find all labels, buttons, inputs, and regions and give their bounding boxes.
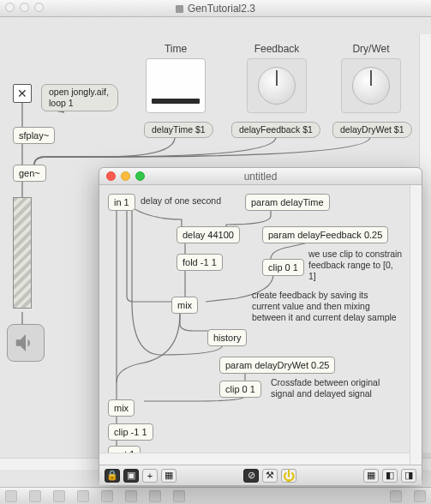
clip-01-a[interactable]: clip 0 1: [262, 259, 304, 276]
mix-a[interactable]: mix: [171, 297, 198, 314]
grid-icon[interactable]: ▦: [161, 469, 177, 483]
bb-icon[interactable]: [53, 490, 65, 502]
plus-icon[interactable]: +: [142, 469, 158, 483]
speaker-icon: [13, 330, 39, 356]
param-delayfeedback[interactable]: param delayFeedback 0.25: [262, 226, 388, 243]
feedback-dial[interactable]: [247, 58, 307, 113]
msg-delaytime[interactable]: delayTime $1: [144, 122, 213, 138]
main-titlebar: GenTutorial2.3: [0, 0, 431, 17]
param-delaydrywet[interactable]: param delayDryWet 0.25: [219, 357, 335, 374]
toggle[interactable]: [13, 84, 32, 103]
power-icon[interactable]: ⏻: [281, 469, 296, 483]
grid-icon[interactable]: ▦: [363, 469, 379, 483]
sfplay-object[interactable]: sfplay~: [13, 127, 55, 144]
sub-titlebar[interactable]: untitled: [99, 168, 422, 185]
drywet-dial[interactable]: [341, 58, 401, 113]
open-file-message[interactable]: open jongly.aif, loop 1: [41, 84, 118, 111]
bb-icon[interactable]: [125, 490, 137, 502]
comment-crossfade: Crossfade between original signal and de…: [271, 377, 391, 399]
new-object-icon[interactable]: ▣: [123, 469, 139, 483]
zoom-icon[interactable]: [135, 171, 145, 181]
panel-right-icon[interactable]: ◨: [401, 469, 416, 483]
bb-icon[interactable]: [173, 490, 185, 502]
gen-object[interactable]: gen~: [13, 165, 46, 182]
time-slider[interactable]: [146, 58, 206, 113]
feedback-label: Feedback: [247, 43, 307, 55]
compass-icon[interactable]: ⊘: [243, 469, 259, 483]
bb-icon[interactable]: [390, 490, 402, 502]
sub-scrollbar-vertical[interactable]: [410, 185, 422, 465]
history-object[interactable]: history: [207, 329, 247, 346]
bb-icon[interactable]: [29, 490, 41, 502]
window-title: GenTutorial2.3: [188, 3, 255, 15]
fold-object[interactable]: fold -1 1: [177, 254, 223, 271]
clip-11[interactable]: clip -1 1: [108, 423, 153, 441]
minimize-icon[interactable]: [121, 171, 130, 181]
mix-b[interactable]: mix: [108, 399, 135, 417]
in1-object[interactable]: in 1: [108, 194, 135, 211]
drywet-label: Dry/Wet: [341, 43, 401, 55]
delay-object[interactable]: delay 44100: [177, 226, 240, 243]
bb-icon[interactable]: [77, 490, 89, 502]
bb-icon[interactable]: [149, 490, 161, 502]
msg-delaydrywet[interactable]: delayDryWet $1: [332, 122, 412, 138]
bb-icon[interactable]: [414, 490, 426, 502]
lock-icon[interactable]: 🔒: [105, 469, 120, 483]
param-delaytime[interactable]: param delayTime: [245, 194, 330, 211]
ezdac-button[interactable]: [7, 324, 45, 362]
msg-delayfeedback[interactable]: delayFeedback $1: [231, 122, 320, 138]
app-bottombar: [0, 487, 431, 504]
clip-01-b[interactable]: clip 0 1: [219, 381, 261, 398]
comment-delay-one-second: delay of one second: [141, 195, 221, 207]
sub-title: untitled: [244, 171, 278, 183]
close-icon[interactable]: [106, 171, 116, 181]
sub-patcher[interactable]: in 1 delay of one second param delayTime…: [99, 185, 422, 465]
bb-icon[interactable]: [101, 490, 113, 502]
sub-toolbar: 🔒 ▣ + ▦ ⊘ ⚒ ⏻ ▦ ◧ ◨: [99, 465, 422, 485]
gain-slider[interactable]: [13, 197, 32, 309]
gen-subwindow[interactable]: untitled in 1 delay of on: [99, 167, 422, 484]
time-label: Time: [146, 43, 206, 55]
panel-left-icon[interactable]: ◧: [382, 469, 398, 483]
hammer-icon[interactable]: ⚒: [262, 469, 278, 483]
comment-feedback: create feedback by saving its current va…: [252, 290, 398, 323]
sub-scrollbar-horizontal[interactable]: [99, 453, 410, 465]
bb-icon[interactable]: [5, 490, 17, 502]
comment-clip: we use clip to constrain feedback range …: [308, 249, 403, 282]
